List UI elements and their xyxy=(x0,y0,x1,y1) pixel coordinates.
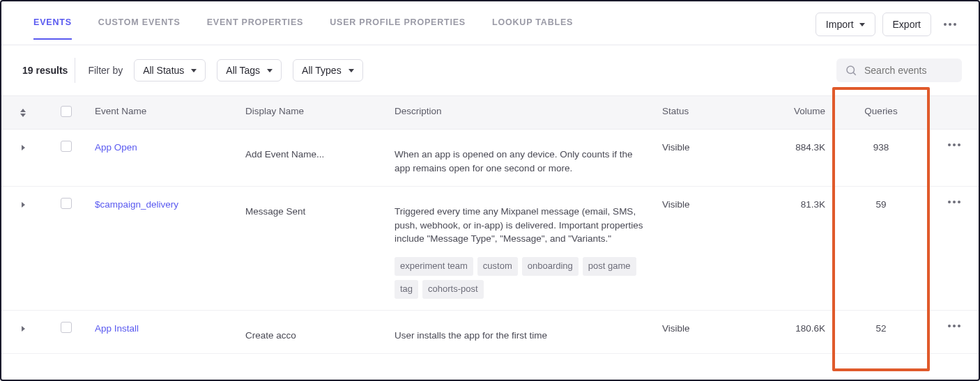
table-header: Event Name Display Name Description Stat… xyxy=(1,95,979,130)
chevron-down-icon xyxy=(349,69,354,72)
display-name-cell[interactable]: Create acco xyxy=(238,311,388,354)
checkbox-cell xyxy=(45,311,88,354)
tag[interactable]: custom xyxy=(477,257,518,276)
display-name-cell[interactable]: Message Sent xyxy=(238,187,388,309)
row-actions-cell xyxy=(930,130,979,186)
event-link[interactable]: App Open xyxy=(95,142,137,153)
expand-cell[interactable] xyxy=(1,187,45,309)
svg-point-0 xyxy=(847,66,855,74)
row-checkbox[interactable] xyxy=(61,322,72,333)
export-label: Export xyxy=(893,19,921,30)
tab-user-profile-properties[interactable]: USER PROFILE PROPERTIES xyxy=(330,17,466,40)
table-row: App InstallCreate accoUser installs the … xyxy=(1,311,979,355)
tab-custom-events[interactable]: CUSTOM EVENTS xyxy=(98,17,181,40)
description-cell: Triggered every time any Mixpanel messag… xyxy=(388,187,655,309)
top-actions: Import Export xyxy=(816,13,962,45)
queries-cell: 59 xyxy=(832,187,930,309)
checkbox-cell xyxy=(45,130,88,186)
tab-event-properties[interactable]: EVENT PROPERTIES xyxy=(207,17,304,40)
tab-lookup-tables[interactable]: LOOKUP TABLES xyxy=(492,17,573,40)
search-wrap[interactable] xyxy=(836,59,962,82)
more-icon[interactable] xyxy=(938,17,962,31)
col-actions xyxy=(930,96,979,129)
row-more-icon[interactable] xyxy=(937,198,972,203)
status-cell: Visible xyxy=(655,311,746,354)
row-checkbox[interactable] xyxy=(61,198,72,209)
description-cell: When an app is opened on any device. Onl… xyxy=(388,130,655,186)
row-checkbox[interactable] xyxy=(61,141,72,152)
tag[interactable]: tag xyxy=(395,280,418,299)
col-event-name[interactable]: Event Name xyxy=(88,96,238,129)
tags-wrap: experiment teamcustomonboardingpost game… xyxy=(395,257,648,299)
tag[interactable]: experiment team xyxy=(395,257,473,276)
chevron-right-icon xyxy=(22,202,25,208)
event-name-cell: App Install xyxy=(88,311,238,354)
display-name-cell[interactable]: Add Event Name... xyxy=(238,130,388,186)
expand-cell[interactable] xyxy=(1,311,45,354)
tab-events[interactable]: EVENTS xyxy=(33,17,72,40)
search-icon xyxy=(845,64,857,77)
row-more-icon[interactable] xyxy=(937,141,972,146)
filter-types[interactable]: All Types xyxy=(293,59,363,81)
chevron-down-icon xyxy=(267,69,273,72)
volume-cell: 81.3K xyxy=(746,187,832,309)
sort-icon xyxy=(20,109,26,117)
col-volume[interactable]: Volume xyxy=(746,96,832,129)
import-label: Import xyxy=(826,19,854,30)
filter-status[interactable]: All Status xyxy=(134,59,206,81)
filter-status-label: All Status xyxy=(143,65,184,76)
description-cell: User installs the app for the first time xyxy=(388,311,655,354)
expand-cell[interactable] xyxy=(1,130,45,186)
select-all-checkbox[interactable] xyxy=(61,106,72,117)
results-count: 19 results xyxy=(22,58,75,83)
chevron-right-icon xyxy=(22,326,25,332)
tabs: EVENTSCUSTOM EVENTSEVENT PROPERTIESUSER … xyxy=(18,17,573,40)
queries-cell: 52 xyxy=(832,311,930,354)
col-description[interactable]: Description xyxy=(388,96,655,129)
filterbar: 19 results Filter by All Status All Tags… xyxy=(1,45,979,95)
select-all-col xyxy=(45,96,88,129)
svg-line-1 xyxy=(853,72,855,75)
col-status[interactable]: Status xyxy=(655,96,746,129)
import-button[interactable]: Import xyxy=(816,13,875,36)
queries-cell: 938 xyxy=(832,130,930,186)
filter-tags-label: All Tags xyxy=(226,65,260,76)
row-more-icon[interactable] xyxy=(937,322,972,327)
tag[interactable]: cohorts-post xyxy=(422,280,484,299)
tag[interactable]: onboarding xyxy=(522,257,579,276)
status-cell: Visible xyxy=(655,130,746,186)
topbar: EVENTSCUSTOM EVENTSEVENT PROPERTIESUSER … xyxy=(1,1,979,45)
search-input[interactable] xyxy=(864,65,954,76)
chevron-right-icon xyxy=(22,145,25,150)
col-display-name[interactable]: Display Name xyxy=(238,96,388,129)
event-link[interactable]: $campaign_delivery xyxy=(95,199,178,210)
checkbox-cell xyxy=(45,187,88,309)
status-cell: Visible xyxy=(655,187,746,309)
sort-column[interactable] xyxy=(1,96,45,129)
chevron-down-icon xyxy=(191,69,197,72)
volume-cell: 180.6K xyxy=(746,311,832,354)
event-name-cell: App Open xyxy=(88,130,238,186)
event-link[interactable]: App Install xyxy=(95,323,139,334)
event-name-cell: $campaign_delivery xyxy=(88,187,238,309)
row-actions-cell xyxy=(930,187,979,309)
filter-types-label: All Types xyxy=(302,65,342,76)
chevron-down-icon xyxy=(859,23,865,26)
table-row: $campaign_deliveryMessage SentTriggered … xyxy=(1,187,979,310)
table-row: App OpenAdd Event Name...When an app is … xyxy=(1,130,979,187)
export-button[interactable]: Export xyxy=(882,13,931,36)
col-queries[interactable]: Queries xyxy=(832,96,930,129)
row-actions-cell xyxy=(930,311,979,354)
volume-cell: 884.3K xyxy=(746,130,832,186)
tag[interactable]: post game xyxy=(583,257,636,276)
filter-tags[interactable]: All Tags xyxy=(217,59,282,81)
filter-by-label: Filter by xyxy=(88,65,123,76)
